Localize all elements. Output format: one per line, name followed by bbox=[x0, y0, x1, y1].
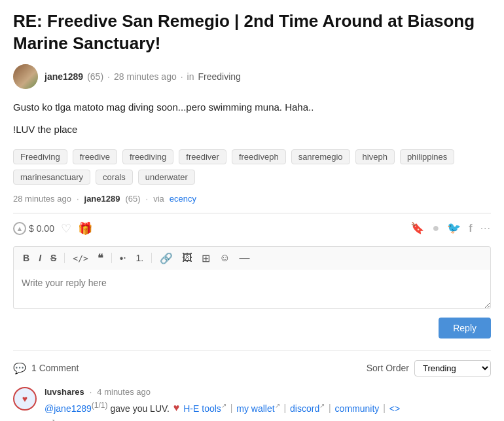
comment-avatar: ♥ bbox=[13, 387, 37, 411]
toolbar-table[interactable]: ⊞ bbox=[199, 251, 213, 266]
comments-section: 💬 1 Comment Sort Order Trending Votes Ag… bbox=[13, 350, 491, 421]
toolbar-bold[interactable]: B bbox=[20, 251, 32, 265]
ext-icon2: ↗ bbox=[275, 402, 280, 409]
tag-underwater[interactable]: underwater bbox=[138, 170, 195, 185]
post-title: RE: Freedive San Remegio | 2nd Time Arou… bbox=[13, 10, 491, 55]
ext-icon1: ↗ bbox=[221, 402, 226, 409]
action-left: ▲ $ 0.00 ♡ 🎁 bbox=[13, 221, 92, 236]
comment-text: @jane1289(1/1) gave you LUV. ♥ H-E tools… bbox=[45, 399, 491, 421]
he-tools-link[interactable]: H-E tools bbox=[183, 403, 221, 413]
action-right: 🔖 ● 🐦 f ··· bbox=[410, 221, 491, 235]
toolbar-emoji[interactable]: ☺ bbox=[217, 251, 232, 265]
toolbar-strikethrough[interactable]: S bbox=[48, 251, 59, 265]
toolbar-italic[interactable]: I bbox=[36, 251, 44, 265]
sort-select[interactable]: Trending Votes Age Reputation bbox=[414, 360, 491, 376]
vote-amount: $ 0.00 bbox=[29, 223, 54, 234]
comments-count-label: 1 Comment bbox=[31, 363, 79, 373]
discord-link[interactable]: discord bbox=[290, 403, 319, 413]
toolbar-sep3 bbox=[151, 253, 152, 263]
sort-row: Sort Order Trending Votes Age Reputation bbox=[367, 360, 491, 376]
mention-link[interactable]: @jane1289 bbox=[45, 403, 92, 413]
author-rep: (65) bbox=[87, 71, 103, 82]
luv-heart-icon: ♥ bbox=[173, 399, 180, 416]
body-line1: Gusto ko tlga matoto mag diving soon...p… bbox=[13, 100, 491, 115]
community-link[interactable]: Freediving bbox=[198, 71, 241, 82]
author-name[interactable]: jane1289 bbox=[45, 71, 83, 82]
sort-label: Sort Order bbox=[367, 363, 409, 373]
symbol2-link[interactable]: < bbox=[45, 419, 50, 422]
toolbar-unordered-list[interactable]: •⋅ bbox=[117, 251, 130, 266]
body-line2: !LUV the place bbox=[13, 122, 491, 137]
comment-author[interactable]: luvshares bbox=[45, 387, 84, 397]
tag-marinesanctuary[interactable]: marinesanctuary bbox=[13, 170, 90, 185]
toolbar-code[interactable]: </> bbox=[70, 252, 90, 265]
upvote-icon: ▲ bbox=[13, 222, 26, 235]
avatar bbox=[13, 64, 38, 89]
more-icon[interactable]: ··· bbox=[480, 223, 491, 234]
comment-meta: luvshares · 4 minutes ago bbox=[45, 387, 491, 397]
tag-philippines[interactable]: philippines bbox=[400, 149, 454, 164]
tag-hiveph[interactable]: hiveph bbox=[355, 149, 395, 164]
reply-btn-row: Reply bbox=[13, 318, 491, 339]
tags-row: Freediving freedive freediving freediver… bbox=[13, 149, 491, 185]
toolbar-sep2 bbox=[111, 253, 112, 263]
comments-header: 💬 1 Comment Sort Order Trending Votes Ag… bbox=[13, 360, 491, 376]
comment-body: luvshares · 4 minutes ago @jane1289(1/1)… bbox=[45, 387, 491, 421]
twitter-icon[interactable]: 🐦 bbox=[447, 221, 461, 235]
comment-item: ♥ luvshares · 4 minutes ago @jane1289(1/… bbox=[13, 387, 491, 421]
post-body: Gusto ko tlga matoto mag diving soon...p… bbox=[13, 100, 491, 137]
tag-freedive[interactable]: freedive bbox=[73, 149, 117, 164]
divider bbox=[13, 213, 491, 213]
toolbar-hr[interactable]: — bbox=[236, 251, 252, 265]
via-label: via bbox=[153, 194, 164, 204]
editor-toolbar: B I S </> ❝ •⋅ 1. 🔗 🖼 ⊞ ☺ — bbox=[13, 246, 491, 270]
reddit-icon[interactable]: ● bbox=[432, 221, 439, 235]
toolbar-image[interactable]: 🖼 bbox=[179, 251, 195, 265]
comments-count: 💬 1 Comment bbox=[13, 362, 79, 375]
upvote-button[interactable]: ▲ $ 0.00 bbox=[13, 222, 54, 235]
post-timestamp: 28 minutes ago bbox=[114, 71, 177, 82]
in-label: in bbox=[187, 71, 194, 82]
post-footer-meta: 28 minutes ago · jane1289(65) · via ecen… bbox=[13, 194, 491, 204]
reply-textarea[interactable] bbox=[13, 270, 491, 309]
tag-freediveph[interactable]: freediveph bbox=[232, 149, 286, 164]
footer-timestamp: 28 minutes ago bbox=[13, 194, 71, 204]
toolbar-link[interactable]: 🔗 bbox=[157, 251, 175, 266]
tag-freediver[interactable]: freediver bbox=[179, 149, 226, 164]
footer-author-rep: (65) bbox=[125, 194, 140, 204]
gave-text2: gave you LUV. bbox=[110, 403, 170, 413]
footer-platform[interactable]: ecency bbox=[170, 194, 196, 204]
toolbar-quote[interactable]: ❝ bbox=[95, 251, 106, 266]
tag-corals[interactable]: corals bbox=[96, 170, 133, 185]
toolbar-ordered-list[interactable]: 1. bbox=[133, 251, 146, 265]
gift-icon[interactable]: 🎁 bbox=[78, 221, 92, 236]
author-meta: jane1289(65) · 28 minutes ago · in Freed… bbox=[45, 71, 241, 82]
my-wallet-link[interactable]: my wallet bbox=[236, 403, 274, 413]
ext-icon4: ↗ bbox=[50, 418, 55, 421]
bookmark-icon[interactable]: 🔖 bbox=[410, 221, 424, 235]
footer-author[interactable]: jane1289 bbox=[84, 194, 120, 204]
tag-freediving2[interactable]: freediving bbox=[122, 149, 173, 164]
tag-freediving[interactable]: Freediving bbox=[13, 149, 67, 164]
separator-dot2: · bbox=[181, 71, 183, 82]
community-link2[interactable]: community bbox=[335, 403, 380, 413]
mention-suffix: (1/1) bbox=[92, 401, 108, 410]
tag-sanremegio[interactable]: sanremegio bbox=[291, 149, 350, 164]
reply-button[interactable]: Reply bbox=[439, 318, 491, 339]
action-row: ▲ $ 0.00 ♡ 🎁 🔖 ● 🐦 f ··· bbox=[13, 217, 491, 240]
ext-icon3: ↗ bbox=[319, 402, 325, 409]
separator-dot: · bbox=[107, 71, 110, 82]
symbol1-link[interactable]: <> bbox=[389, 403, 400, 413]
bubble-icon: 💬 bbox=[13, 362, 26, 375]
author-row: jane1289(65) · 28 minutes ago · in Freed… bbox=[13, 64, 491, 89]
toolbar-sep1 bbox=[64, 253, 65, 263]
heart-icon[interactable]: ♡ bbox=[61, 221, 71, 236]
comment-time: 4 minutes ago bbox=[97, 387, 151, 397]
facebook-icon[interactable]: f bbox=[469, 223, 472, 234]
